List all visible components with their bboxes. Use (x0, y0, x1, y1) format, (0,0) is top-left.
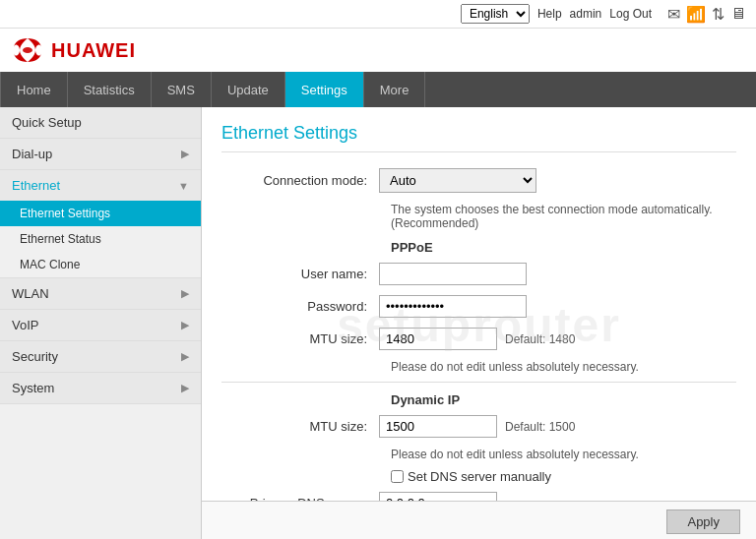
username-row: User name: (221, 263, 736, 285)
connection-mode-select[interactable]: Auto PPPoE Dynamic IP Static IP (379, 168, 536, 193)
huawei-text: HUAWEI (51, 39, 136, 62)
huawei-logo-icon (10, 36, 45, 64)
password-row: Password: (221, 295, 736, 318)
mtu-dynamic-label: MTU size: (221, 419, 379, 434)
voip-arrow-icon: ▶ (181, 319, 189, 331)
email-icon[interactable]: ✉ (667, 5, 680, 24)
sidebar-section-security: Security ▶ (0, 341, 201, 373)
signal-icon: 📶 (686, 5, 706, 24)
sidebar-security-header[interactable]: Security ▶ (0, 341, 201, 372)
sidebar: Quick Setup Dial-up ▶ Ethernet ▼ Etherne… (0, 107, 202, 539)
pppoe-section-title: PPPoE (391, 240, 736, 255)
sidebar-ethernet-status[interactable]: Ethernet Status (0, 226, 201, 252)
svg-point-0 (23, 47, 32, 53)
wlan-arrow-icon: ▶ (181, 287, 189, 300)
help-link[interactable]: Help (537, 7, 562, 21)
mtu-dynamic-warning: Please do not edit unless absolutely nec… (391, 448, 736, 461)
sidebar-section-wlan: WLAN ▶ (0, 278, 201, 310)
apply-button[interactable]: Apply (666, 509, 740, 534)
admin-label: admin (570, 7, 602, 21)
sidebar-voip-header[interactable]: VoIP ▶ (0, 310, 201, 340)
top-bar: English 中文 Help admin Log Out ✉ 📶 ⇅ 🖥 (0, 0, 756, 29)
sidebar-section-voip: VoIP ▶ (0, 310, 201, 341)
mtu-pppoe-input[interactable] (379, 328, 497, 350)
logo-bar: HUAWEI (0, 29, 756, 72)
sidebar-wlan-header[interactable]: WLAN ▶ (0, 278, 201, 309)
ethernet-arrow-icon: ▼ (178, 180, 189, 192)
sidebar-system-header[interactable]: System ▶ (0, 373, 201, 403)
sidebar-quick-setup[interactable]: Quick Setup (0, 107, 201, 139)
huawei-logo: HUAWEI (10, 36, 136, 64)
mtu-pppoe-default: Default: 1480 (505, 332, 575, 346)
sidebar-section-system: System ▶ (0, 373, 201, 404)
username-label: User name: (221, 267, 379, 281)
nav-update[interactable]: Update (212, 72, 285, 107)
display-icon: 🖥 (730, 5, 746, 23)
mtu-dynamic-input[interactable] (379, 415, 497, 438)
logout-link[interactable]: Log Out (609, 7, 652, 21)
connection-mode-row: Connection mode: Auto PPPoE Dynamic IP S… (221, 168, 736, 193)
sidebar-dialup-header[interactable]: Dial-up ▶ (0, 139, 201, 169)
username-input[interactable] (379, 263, 527, 285)
password-label: Password: (221, 299, 379, 314)
mtu-pppoe-warning: Please do not edit unless absolutely nec… (391, 360, 736, 374)
connection-mode-label: Connection mode: (221, 173, 379, 188)
mtu-dynamic-row: MTU size: Default: 1500 (221, 415, 736, 438)
apply-bar: Apply (202, 501, 756, 539)
nav-sms[interactable]: SMS (152, 72, 212, 107)
nav-statistics[interactable]: Statistics (68, 72, 152, 107)
section-divider (221, 382, 736, 383)
main-layout: Quick Setup Dial-up ▶ Ethernet ▼ Etherne… (0, 107, 756, 539)
network-icon: ⇅ (712, 5, 724, 24)
sidebar-ethernet-header[interactable]: Ethernet ▼ (0, 170, 201, 201)
system-arrow-icon: ▶ (181, 382, 189, 394)
set-dns-label[interactable]: Set DNS server manually (408, 469, 551, 484)
language-select[interactable]: English 中文 (461, 4, 530, 24)
security-arrow-icon: ▶ (181, 350, 189, 363)
auto-description: The system chooses the best connection m… (391, 203, 736, 230)
nav-more[interactable]: More (364, 72, 426, 107)
nav-settings[interactable]: Settings (285, 72, 364, 107)
status-icons: ✉ 📶 ⇅ 🖥 (667, 5, 746, 24)
nav-home[interactable]: Home (0, 72, 68, 107)
sidebar-ethernet-settings[interactable]: Ethernet Settings (0, 201, 201, 226)
sidebar-section-ethernet: Ethernet ▼ Ethernet Settings Ethernet St… (0, 170, 201, 278)
dynamic-ip-section-title: Dynamic IP (391, 392, 736, 407)
page-title: Ethernet Settings (221, 123, 736, 152)
set-dns-checkbox[interactable] (391, 470, 404, 483)
mtu-dynamic-default: Default: 1500 (505, 420, 575, 434)
set-dns-row: Set DNS server manually (391, 469, 736, 484)
sidebar-section-dialup: Dial-up ▶ (0, 139, 201, 170)
nav-bar: Home Statistics SMS Update Settings More (0, 72, 756, 107)
sidebar-mac-clone[interactable]: MAC Clone (0, 252, 201, 277)
password-input[interactable] (379, 295, 527, 318)
mtu-pppoe-row: MTU size: Default: 1480 (221, 328, 736, 350)
dialup-arrow-icon: ▶ (181, 148, 189, 160)
content-area: setuprouter Ethernet Settings Connection… (202, 107, 756, 539)
mtu-pppoe-label: MTU size: (221, 331, 379, 346)
